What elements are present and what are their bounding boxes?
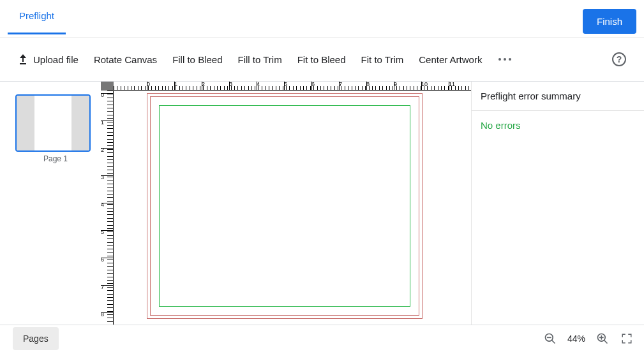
- ruler-h-tick: 3: [229, 82, 232, 87]
- svg-line-1: [551, 341, 555, 344]
- upload-file-label: Upload file: [33, 54, 79, 65]
- preflight-status: No errors: [481, 120, 635, 131]
- ruler-h-tick: 7: [339, 82, 342, 87]
- zoom-controls: 44%: [543, 332, 634, 346]
- rotate-canvas-button[interactable]: Rotate Canvas: [94, 54, 157, 65]
- preflight-panel-title: Preflight error summary: [472, 82, 644, 111]
- thumbnail-panel: Page 1: [0, 82, 101, 325]
- header: Preflight Finish: [0, 0, 644, 37]
- svg-line-4: [604, 341, 608, 344]
- ruler-v-tick: 7: [101, 284, 104, 290]
- ruler-h-tick: 4: [257, 82, 260, 87]
- more-actions-button[interactable]: [497, 55, 513, 63]
- page-thumbnail-1-label: Page 1: [15, 154, 96, 163]
- ruler-v-tick: 2: [101, 147, 104, 153]
- ruler-h-tick: 2: [202, 82, 205, 87]
- ruler-v-tick: 8: [101, 311, 104, 318]
- ruler-v-tick: 5: [101, 229, 104, 235]
- tab-preflight[interactable]: Preflight: [8, 9, 66, 34]
- ruler-corner: [101, 82, 114, 91]
- ruler-h-tick: 5: [284, 82, 287, 87]
- footer: Pages 44%: [0, 325, 644, 352]
- ruler-horizontal: 01234567891011: [114, 82, 471, 91]
- upload-file-button[interactable]: Upload file: [18, 54, 79, 65]
- finish-button[interactable]: Finish: [583, 9, 636, 34]
- zoom-level-label: 44%: [567, 334, 585, 344]
- main-area: Page 1 01234567891011 012345678 Prefligh…: [0, 82, 644, 325]
- fill-to-trim-button[interactable]: Fill to Trim: [238, 54, 282, 65]
- help-icon[interactable]: ?: [612, 52, 626, 66]
- toolbar: Upload file Rotate Canvas Fill to Bleed …: [0, 37, 644, 82]
- ruler-vertical: 012345678: [101, 91, 114, 325]
- ruler-h-tick: 0: [147, 82, 150, 87]
- ruler-v-tick: 4: [101, 202, 104, 208]
- preflight-panel: Preflight error summary No errors: [472, 82, 644, 325]
- ruler-h-tick: 10: [421, 82, 428, 87]
- pages-button[interactable]: Pages: [13, 327, 59, 350]
- ruler-v-tick: 3: [101, 174, 104, 180]
- ruler-h-tick: 6: [311, 82, 315, 87]
- zoom-out-icon[interactable]: [543, 332, 557, 346]
- upload-icon: [18, 54, 28, 64]
- center-artwork-button[interactable]: Center Artwork: [419, 54, 482, 65]
- ruler-v-tick: 1: [101, 119, 104, 126]
- ruler-h-tick: 11: [449, 82, 455, 87]
- preflight-panel-body: No errors: [472, 111, 644, 140]
- ruler-h-tick: 9: [394, 82, 397, 87]
- ruler-h-tick: 1: [174, 82, 177, 87]
- canvas-area[interactable]: 01234567891011 012345678: [101, 82, 472, 325]
- fit-to-bleed-button[interactable]: Fit to Bleed: [297, 54, 346, 65]
- safe-box: [159, 105, 410, 307]
- zoom-in-icon[interactable]: [595, 332, 610, 346]
- fit-to-trim-button[interactable]: Fit to Trim: [361, 54, 404, 65]
- bleed-box: [147, 93, 423, 319]
- ruler-v-tick: 0: [101, 92, 104, 98]
- ruler-v-tick: 6: [101, 256, 104, 263]
- ruler-h-tick: 8: [366, 82, 370, 87]
- fill-to-bleed-button[interactable]: Fill to Bleed: [172, 54, 222, 65]
- page-thumbnail-1[interactable]: [15, 94, 91, 152]
- fullscreen-icon[interactable]: [620, 332, 634, 346]
